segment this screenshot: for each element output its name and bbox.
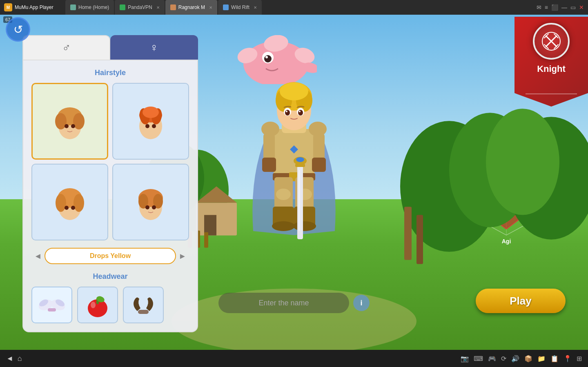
rotate-icon: ↺ [13, 23, 23, 36]
volume-icon[interactable]: 🔊 [511, 355, 519, 363]
tab-ragnarok[interactable]: Ragnarok M ✕ [165, 0, 217, 15]
svg-point-40 [272, 221, 295, 231]
svg-marker-107 [474, 147, 543, 229]
home-button[interactable]: ⌂ [18, 354, 22, 363]
svg-point-82 [145, 205, 149, 209]
svg-text:Int: Int [554, 157, 561, 164]
svg-point-49 [285, 110, 290, 116]
menu-icon[interactable]: ≡ [545, 4, 548, 11]
knight-banner: Knight [514, 17, 588, 107]
color-selector: ◄ Drops Yellow ► [31, 248, 189, 264]
app-name: MuMu App Player [15, 4, 53, 10]
tab-home-icon [70, 4, 76, 10]
svg-rect-31 [312, 158, 326, 172]
svg-text:Dex: Dex [450, 209, 461, 216]
character-display [237, 47, 351, 251]
tab-pandavpn-label: PandaVPN [128, 4, 152, 10]
character-panel: ♂ ♀ Hairstyle [22, 35, 198, 332]
tab-wildrift[interactable]: Wild Rift ✕ [218, 0, 262, 15]
svg-point-50 [298, 110, 303, 116]
svg-point-36 [276, 189, 291, 200]
apk-icon[interactable]: 📦 [524, 355, 532, 363]
hairstyle-title: Hairstyle [31, 69, 189, 77]
close-icon[interactable]: ✕ [579, 4, 584, 11]
hairstyle-grid [31, 83, 189, 240]
taskbar: ◄ ⌂ 📷 ⌨ 🎮 ⟳ 🔊 📦 📁 📋 📍 ⊞ [0, 350, 588, 367]
class-name: Knight [537, 64, 566, 74]
svg-point-74 [56, 194, 66, 212]
svg-point-76 [65, 206, 69, 210]
hair-option-3[interactable] [31, 164, 108, 240]
tab-ragnarok-close[interactable]: ✕ [209, 5, 212, 10]
headwear-option-3[interactable] [123, 287, 164, 323]
banner-border [526, 93, 577, 94]
hair-option-4[interactable] [112, 164, 189, 240]
svg-point-75 [74, 194, 84, 212]
minimize-icon[interactable]: — [561, 4, 567, 11]
headwear-option-2[interactable] [77, 287, 118, 323]
color-prev-button[interactable]: ◄ [31, 249, 45, 262]
name-input-area: i [218, 293, 370, 313]
restore-icon[interactable]: ▭ [570, 4, 576, 11]
tab-wildrift-close[interactable]: ✕ [254, 5, 257, 10]
controller-icon[interactable]: 🎮 [488, 355, 496, 363]
name-input[interactable] [218, 293, 349, 313]
tab-panda-icon [120, 4, 125, 10]
rotate-screen-icon[interactable]: ⟳ [501, 355, 506, 363]
titlebar: M MuMu App Player Home (Home) PandaVPN ✕… [0, 0, 588, 15]
location-icon[interactable]: 📍 [564, 355, 572, 363]
tab-pandavpn[interactable]: PandaVPN ✕ [115, 0, 164, 15]
svg-text:Luk: Luk [450, 157, 461, 164]
fullscreen-icon[interactable]: ⬛ [551, 4, 558, 11]
female-symbol: ♀ [150, 41, 158, 54]
folder-icon[interactable]: 📁 [537, 355, 546, 363]
tab-home[interactable]: Home (Home) [65, 0, 114, 15]
gender-female-tab[interactable]: ♀ [110, 35, 198, 60]
color-name: Drops Yellow [90, 252, 131, 260]
svg-point-41 [293, 221, 316, 231]
svg-point-64 [71, 124, 75, 128]
svg-rect-88 [48, 308, 56, 311]
rotate-button[interactable]: ↺ [6, 17, 30, 42]
svg-text:Vit: Vit [554, 209, 561, 216]
app-logo-icon: M [4, 3, 12, 11]
copy-icon[interactable]: 📋 [550, 355, 559, 363]
camera-icon[interactable]: 📷 [461, 355, 469, 363]
grid-icon[interactable]: ⊞ [577, 355, 582, 363]
hair-option-2[interactable] [112, 83, 189, 160]
tab-bar: Home (Home) PandaVPN ✕ Ragnarok M ✕ Wild… [65, 0, 532, 15]
gender-tabs: ♂ ♀ [22, 35, 198, 60]
svg-point-92 [91, 302, 96, 308]
mail-icon[interactable]: ✉ [537, 4, 541, 11]
taskbar-right: 📷 ⌨ 🎮 ⟳ 🔊 📦 📁 📋 📍 ⊞ [461, 355, 582, 363]
color-next-button[interactable]: ► [176, 249, 189, 262]
svg-rect-28 [263, 133, 275, 162]
svg-point-51 [286, 111, 287, 112]
male-symbol: ♂ [62, 41, 71, 54]
game-background: ♂ ♀ Hairstyle [0, 15, 588, 350]
window-controls: ✉ ≡ ⬛ — ▭ ✕ [532, 4, 588, 11]
gender-male-tab[interactable]: ♂ [22, 35, 110, 60]
play-button[interactable]: Play [476, 289, 566, 313]
svg-point-69 [143, 107, 159, 118]
tab-home-label: Home (Home) [78, 4, 109, 10]
tab-ragnarok-icon [170, 4, 176, 10]
panel-body: Hairstyle [22, 60, 198, 332]
svg-point-70 [145, 124, 149, 128]
svg-rect-57 [298, 170, 300, 231]
svg-rect-93 [138, 310, 149, 314]
tab-ragnarok-label: Ragnarok M [178, 4, 205, 10]
tab-wildrift-label: Wild Rift [231, 4, 249, 10]
headwear-option-1[interactable] [31, 287, 72, 323]
info-button[interactable]: i [353, 295, 370, 311]
svg-point-63 [65, 124, 69, 128]
svg-point-83 [152, 205, 156, 209]
back-button[interactable]: ◄ [6, 354, 13, 363]
svg-point-52 [299, 111, 301, 112]
keyboard-icon[interactable]: ⌨ [474, 355, 483, 363]
tab-wildrift-icon [223, 4, 229, 10]
tab-pandavpn-close[interactable]: ✕ [156, 5, 160, 10]
class-banner-container: Knight [514, 17, 588, 107]
banner-emblem [533, 23, 570, 60]
hair-option-1[interactable] [31, 83, 108, 160]
